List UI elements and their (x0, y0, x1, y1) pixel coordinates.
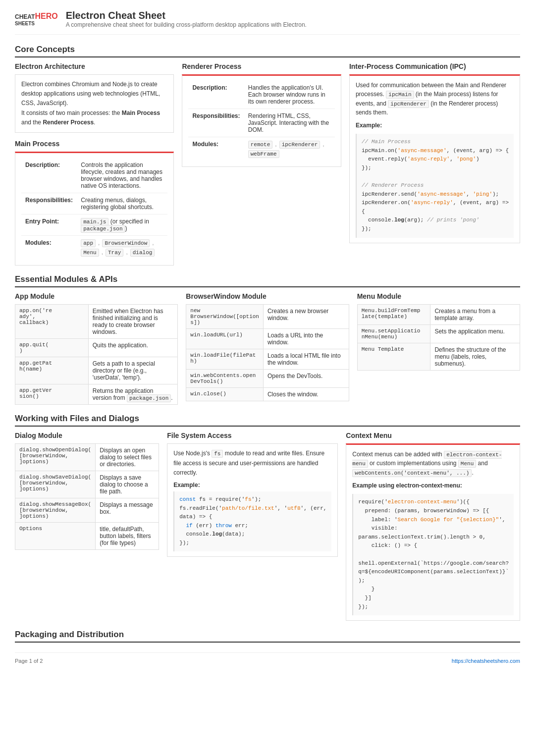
essential-modules-title: Essential Modules & APIs (15, 274, 520, 287)
value-modules: remote, ipcRenderer, webFrame (244, 137, 335, 162)
desc-cell: Displays a save dialog to choose a file … (96, 471, 159, 498)
electron-arch-desc2: It consists of two main processes: the M… (21, 108, 167, 127)
footer-url[interactable]: https://cheatsheetshero.com (452, 658, 520, 664)
api-cell: app.getVersion() (15, 384, 89, 404)
api-cell: dialog.showMessageBox([browserWindow,]op… (15, 498, 96, 522)
ipc-code: // Main Process ipcMain.on('async-messag… (356, 134, 514, 238)
table-row: app.getPath(name) Gets a path to a speci… (15, 357, 178, 384)
logo: CHEATHERO SHEETS (15, 11, 58, 27)
menu-module-section: Menu Module Menu.buildFromTemplate(templ… (357, 292, 520, 405)
main-process-card: Description: Controls the application li… (15, 152, 174, 266)
context-menu-section: Context Menu Context menus can be added … (346, 432, 520, 621)
table-row: Responsibilities: Rendering HTML, CSS, J… (188, 109, 334, 137)
table-row: Entry Point: main.js (or specified in pa… (21, 214, 167, 235)
core-concepts-grid: Electron Architecture Electron combines … (15, 62, 520, 266)
table-row: Modules: remote, ipcRenderer, webFrame (188, 137, 334, 162)
label-responsibilities: Responsibilities: (188, 109, 244, 137)
table-row: app.quit() Quits the application. (15, 338, 178, 357)
page-number: Page 1 of 2 (15, 658, 43, 664)
renderer-title: Renderer Process (182, 62, 341, 70)
renderer-card: Description: Handles the application's U… (182, 74, 341, 167)
api-cell: newBrowserWindow([options]) (186, 304, 264, 328)
renderer-table: Description: Handles the application's U… (188, 81, 334, 162)
file-system-example-label: Example: (173, 482, 331, 488)
label-entry-point: Entry Point: (21, 214, 77, 235)
desc-cell: Quits the application. (88, 338, 178, 357)
api-cell: win.loadURL(url) (186, 328, 264, 349)
label-responsibilities: Responsibilities: (21, 193, 77, 214)
api-cell: Options (15, 522, 96, 549)
table-row: dialog.showSaveDialog([browserWindow,]op… (15, 471, 159, 498)
ipc-card: Used for communication between the Main … (349, 74, 520, 243)
label-modules: Modules: (21, 235, 77, 260)
table-row: dialog.showMessageBox([browserWindow,]op… (15, 498, 159, 522)
dialog-module-title: Dialog Module (15, 432, 159, 439)
file-system-card: Use Node.js's fs module to read and writ… (167, 443, 338, 557)
context-menu-code: require('electron-context-menu')({ prepe… (352, 494, 514, 615)
value-entry-point: main.js (or specified in package.json) (77, 214, 167, 235)
main-process-table: Description: Controls the application li… (21, 158, 167, 260)
main-process-title: Main Process (15, 140, 174, 148)
page-subtitle: A comprehensive cheat sheet for building… (66, 21, 307, 28)
desc-cell: Displays a message box. (96, 498, 159, 522)
desc-cell: Closes the window. (263, 387, 349, 401)
table-row: Description: Controls the application li… (21, 158, 167, 193)
context-menu-text: Context menus can be added with electron… (352, 450, 514, 478)
ipc-example-label: Example: (356, 121, 514, 130)
ipc-text: Used for communication between the Main … (356, 81, 514, 117)
browser-window-table: newBrowserWindow([options]) Creates a ne… (186, 304, 349, 401)
ipc-section: Inter-Process Communication (IPC) Used f… (349, 62, 520, 266)
files-dialogs-title: Working with Files and Dialogs (15, 414, 520, 427)
file-system-title: File System Access (167, 432, 338, 439)
table-row: app.on('ready',callback) Emitted when El… (15, 304, 178, 338)
api-cell: Menu Template (357, 343, 430, 370)
table-row: newBrowserWindow([options]) Creates a ne… (186, 304, 349, 328)
context-menu-example-label: Example using electron-context-menu: (352, 481, 514, 490)
desc-cell: Emitted when Electron has finished initi… (88, 304, 178, 338)
desc-cell: Returns the application version from pac… (88, 384, 178, 404)
app-module-table: app.on('ready',callback) Emitted when El… (15, 304, 178, 405)
label-description: Description: (188, 81, 244, 109)
ipc-title: Inter-Process Communication (IPC) (349, 62, 520, 70)
table-row: Menu Template Defines the structure of t… (357, 343, 520, 370)
electron-arch-desc1: Electron combines Chromium and Node.js t… (21, 80, 167, 108)
electron-arch-title: Electron Architecture (15, 62, 174, 70)
api-cell: dialog.showOpenDialog([browserWindow,]op… (15, 443, 96, 471)
page-title: Electron Cheat Sheet (66, 10, 307, 21)
files-dialogs-grid: Dialog Module dialog.showOpenDialog([bro… (15, 432, 520, 621)
logo-hero: HERO (35, 12, 57, 20)
api-cell: app.on('ready',callback) (15, 304, 89, 338)
table-row: app.getVersion() Returns the application… (15, 384, 178, 404)
api-cell: app.getPath(name) (15, 357, 89, 384)
file-system-text: Use Node.js's fs module to read and writ… (173, 449, 331, 478)
logo-sheets: SHEETS (15, 21, 58, 27)
app-module-title: App Module (15, 292, 178, 300)
desc-cell: Loads a URL into the window. (263, 328, 349, 349)
header-text: Electron Cheat Sheet A comprehensive che… (66, 10, 307, 28)
table-row: Menu.buildFromTemplate(template) Creates… (357, 304, 520, 324)
table-row: Modules: app, BrowserWindow, Menu, Tray,… (21, 235, 167, 260)
browser-window-title: BrowserWindow Module (186, 292, 349, 300)
desc-cell: Loads a local HTML file into the window. (263, 349, 349, 369)
electron-architecture-section: Electron Architecture Electron combines … (15, 62, 174, 266)
dialog-module-table: dialog.showOpenDialog([browserWindow,]op… (15, 443, 159, 550)
table-row: win.webContents.openDevTools() Opens the… (186, 369, 349, 387)
desc-cell: Opens the DevTools. (263, 369, 349, 387)
desc-cell: Displays an open dialog to select files … (96, 443, 159, 471)
api-cell: Menu.setApplicationMenu(menu) (357, 324, 430, 343)
desc-cell: Creates a menu from a template array. (430, 304, 520, 324)
header: CHEATHERO SHEETS Electron Cheat Sheet A … (15, 10, 520, 35)
context-menu-card: Context menus can be added with electron… (346, 443, 520, 621)
core-concepts-title: Core Concepts (15, 45, 520, 57)
label-modules: Modules: (188, 137, 244, 162)
api-cell: win.close() (186, 387, 264, 401)
table-row: Responsibilities: Creating menus, dialog… (21, 193, 167, 214)
api-cell: win.webContents.openDevTools() (186, 369, 264, 387)
table-row: win.loadFile(filePath) Loads a local HTM… (186, 349, 349, 369)
app-module-section: App Module app.on('ready',callback) Emit… (15, 292, 178, 405)
electron-arch-card: Electron combines Chromium and Node.js t… (15, 74, 174, 133)
menu-module-title: Menu Module (357, 292, 520, 300)
value-responsibilities: Rendering HTML, CSS, JavaScript. Interac… (244, 109, 335, 137)
browser-window-section: BrowserWindow Module newBrowserWindow([o… (186, 292, 349, 405)
desc-cell: Creates a new browser window. (263, 304, 349, 328)
